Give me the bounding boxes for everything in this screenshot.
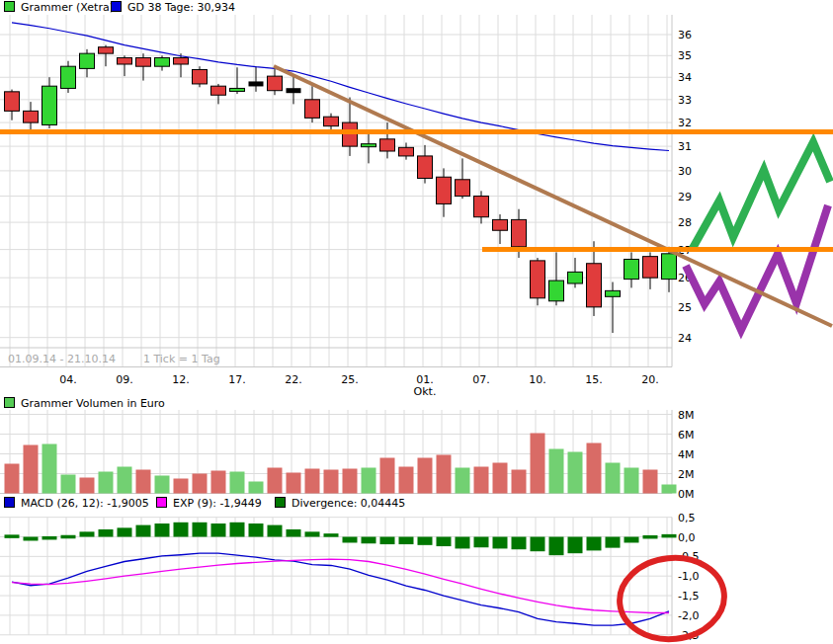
divergence-bar [643,535,658,539]
series-swatch-icon [4,1,15,12]
volume-bar [287,473,301,494]
date-tick-label: 20. [641,373,659,386]
candle-body [118,57,132,64]
macd-line [12,553,669,625]
divergence-bar [268,525,283,537]
chart-window: 363534333231302928272625248M6M4M2M0M0,50… [0,0,833,644]
divergence-bar [249,523,264,536]
candle-body [474,197,489,217]
volume-bar [249,482,264,494]
volume-bar [437,455,452,494]
date-tick-label: 04. [59,373,77,386]
volume-tick-label: 6M [678,429,695,442]
price-tick-label: 35 [678,49,692,62]
volume-tick-label: 4M [678,448,695,461]
price-tick-label: 33 [678,94,692,107]
volume-bar [662,485,677,494]
candle-body [437,177,452,203]
divergence-bar [418,537,433,545]
candle-body [549,281,564,301]
divergence-bar [230,523,245,537]
candle-body [61,66,76,88]
volume-bar [493,463,508,494]
candle-body [456,180,470,197]
candle-body [305,100,320,119]
series-label: Grammer (Xetra) [21,1,114,14]
candle-body [418,156,433,179]
divergence-bar [155,523,170,536]
volume-bar [230,472,245,494]
volume-bar [456,468,470,494]
date-tick-label: 12. [172,373,190,386]
candle-body [324,117,339,125]
divergence-bar [606,537,621,548]
candle-body [662,254,677,280]
price-tick-label: 29 [678,191,692,203]
volume-bar [80,478,95,494]
volume-bar [99,472,114,494]
volume-bar [531,434,545,494]
date-tick-label: 10. [529,373,546,386]
volume-tick-label: 2M [678,468,695,481]
volume-swatch-icon [4,397,15,408]
macd-swatch-icon [4,497,15,508]
zigzag-up-annotation [692,142,830,250]
date-tick-sublabel: Okt. [414,385,437,398]
candle-body [136,57,151,66]
macd-tick-label: -1,0 [678,570,699,583]
volume-bar [549,449,564,494]
divergence-bar [136,525,151,537]
price-tick-label: 25 [678,301,692,314]
divergence-bar [587,537,602,551]
date-tick-label: 17. [228,373,246,386]
divergence-bar [625,537,639,543]
volume-bar [42,444,57,494]
candle-body [643,257,658,279]
divergence-bar [211,523,226,536]
volume-tick-label: 8M [678,409,695,422]
volume-bar [136,470,151,494]
price-tick-label: 24 [678,332,692,345]
candle-body [587,264,602,307]
exp-label: EXP (9): -1,9449 [173,497,262,510]
divergence-bar [324,533,339,537]
divergence-bar [362,537,376,544]
divergence-bar [99,529,114,537]
candle-body [362,144,376,147]
chart-canvas[interactable]: 363534333231302928272625248M6M4M2M0M0,50… [0,0,833,644]
candle-body [174,57,189,64]
divergence-bar [531,537,545,552]
divergence-bar [474,537,489,548]
divergence-bar [305,531,320,536]
date-tick-label: 25. [341,373,359,386]
volume-bar [155,476,170,494]
candle-body [211,86,226,95]
divergence-bar [61,535,76,539]
candle-body-neutral [249,81,264,86]
divergence-label: Divergence: 0,04445 [292,497,405,510]
divergence-bar [437,537,452,547]
date-tick-label: 09. [116,373,133,386]
volume-bar [61,475,76,494]
volume-label: Grammer Volumen in Euro [21,397,165,410]
divergence-bar [512,537,527,550]
macd-tick-label: 0,5 [678,512,696,524]
macd-tick-label: 0,0 [678,531,696,544]
date-range: 01.09.14 - 21.10.141 Tick = 1 Tag [8,353,220,365]
candle-body [531,261,545,298]
volume-bar [193,474,208,494]
price-tick-label: 28 [678,216,692,229]
volume-bar [305,469,320,494]
volume-bar [24,445,39,494]
divergence-bar [662,534,677,538]
candle-body [606,290,621,296]
candle-body [399,147,414,156]
divergence-bar [174,523,189,537]
candle-body [5,92,20,112]
candle-body [493,219,508,230]
price-tick-label: 36 [678,29,692,41]
candle-body [193,69,208,83]
volume-bar [643,470,658,494]
volume-bar [343,469,358,494]
candle-body-neutral [287,88,301,93]
